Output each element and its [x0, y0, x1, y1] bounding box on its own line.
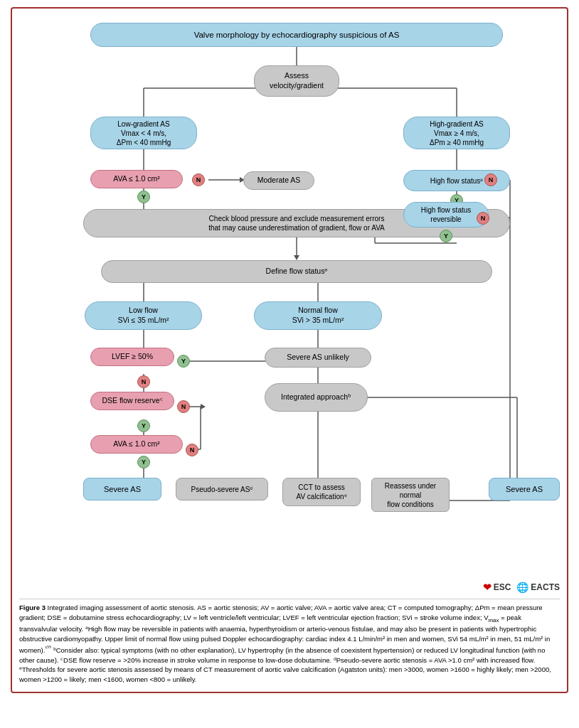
top-banner-node: Valve morphology by echocardiography sus… [90, 23, 503, 47]
high-flow-rev-n-circle: N [477, 212, 489, 225]
svg-marker-15 [294, 255, 299, 260]
ava2-y-circle: Y [137, 456, 150, 469]
ava-check-node: AVA ≤ 1.0 cm² [90, 170, 183, 188]
flowchart-wrap: Valve morphology by echocardiography sus… [19, 17, 574, 579]
high-flow-reversible-node: High flow status reversible [403, 202, 489, 228]
eacts-logo: 🌐 EACTS [516, 582, 560, 593]
severe-as-left-node: Severe AS [83, 478, 161, 500]
reassess-node: Reassess under normal flow conditions [371, 478, 450, 512]
high-flow-n-circle: N [484, 173, 497, 186]
caption-text1: Integrated imaging assessment of aortic … [19, 604, 543, 621]
heart-icon: ❤ [483, 582, 492, 593]
integrated-node: Integrated approachᵇ [265, 383, 368, 412]
caption: Figure 3 Integrated imaging assessment o… [19, 599, 560, 685]
caption-note-c: ᶜDSE flow reserve = >20% increase in str… [60, 656, 334, 664]
figure-box: Valve morphology by echocardiography sus… [11, 7, 568, 693]
page-container: Valve morphology by echocardiography sus… [0, 0, 579, 700]
ava-y-circle: Y [137, 191, 150, 203]
ava2-n-circle: N [186, 444, 198, 456]
define-flow-node: Define flow statusᵃ [101, 260, 492, 283]
dse-n-circle: N [177, 400, 190, 413]
lvef-y-circle: Y [177, 355, 190, 368]
severe-as-right-node: Severe AS [489, 478, 560, 500]
low-flow-node: Low flow SVi ≤ 35 mL/m² [85, 301, 202, 330]
svg-marker-44 [201, 404, 206, 410]
globe-icon: 🌐 [516, 582, 528, 593]
high-flow-rev-y-circle: Y [440, 230, 452, 242]
figure-label: Figure 3 [19, 604, 46, 611]
normal-flow-node: Normal flow SVi > 35 mL/m² [254, 301, 382, 330]
dse-y-circle: Y [137, 419, 150, 432]
ava-n-circle: N [192, 173, 205, 186]
eacts-label: EACTS [531, 582, 560, 592]
caption-note-e: ᵉThresholds for severe aortic stenosis a… [19, 665, 551, 683]
logo-row: ❤ ESC 🌐 EACTS [19, 582, 560, 593]
dse-node: DSE flow reserveᶜ [90, 392, 174, 410]
lvef-node: LVEF ≥ 50% [90, 348, 174, 366]
pseudo-severe-node: Pseudo-severe ASᵈ [176, 478, 268, 500]
severe-as-unlikely-node: Severe AS unlikely [265, 348, 371, 368]
caption-note-d: ᵈPseudo-severe aortic stenosis = AVA >1.… [334, 656, 536, 664]
cct-node: CCT to assess AV calcificationᵉ [282, 478, 361, 506]
caption-vmax-sub: max [489, 617, 499, 623]
esc-label: ESC [494, 582, 511, 592]
low-gradient-node: Low-gradient AS Vmax < 4 m/s, ΔPm < 40 m… [90, 117, 197, 149]
moderate-as-node: Moderate AS [243, 171, 314, 190]
ava2-node: AVA ≤ 1.0 cm² [90, 435, 183, 454]
esc-logo: ❤ ESC [483, 582, 511, 593]
assess-node: Assess velocity/gradient [254, 65, 339, 97]
caption-ref: ¹⁵⁵ [45, 645, 51, 651]
lvef-n-circle: N [137, 375, 150, 388]
high-gradient-node: High-gradient AS Vmax ≥ 4 m/s, ΔPm ≥ 40 … [403, 117, 510, 149]
